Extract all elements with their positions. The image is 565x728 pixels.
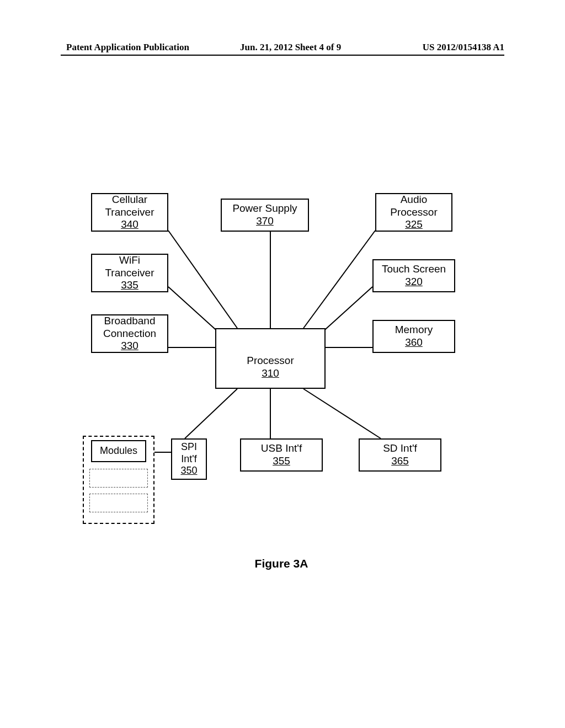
- block-label: USB Int'f: [261, 442, 302, 455]
- block-label: Broadband: [104, 315, 156, 328]
- doc-header-right: US 2012/0154138 A1: [423, 42, 504, 53]
- block-spi-interface: SPI Int'f 350: [171, 438, 207, 480]
- block-usb-interface: USB Int'f 355: [240, 438, 323, 472]
- block-refnum: 325: [405, 218, 423, 231]
- block-refnum: 350: [180, 465, 197, 477]
- block-power-supply: Power Supply 370: [221, 199, 309, 232]
- block-refnum: 365: [391, 455, 409, 468]
- block-refnum: 320: [405, 276, 423, 288]
- block-touch-screen: Touch Screen 320: [372, 259, 455, 292]
- block-module-slot: [89, 469, 148, 488]
- block-sd-interface: SD Int'f 365: [359, 438, 441, 472]
- figure: Cellular Tranceiver 340 Power Supply 370…: [83, 193, 480, 579]
- block-refnum: 340: [121, 218, 138, 231]
- block-modules: Modules: [91, 440, 146, 462]
- block-label: Processor: [390, 206, 438, 219]
- block-label: Tranceiver: [105, 206, 154, 219]
- block-label: Memory: [395, 324, 433, 336]
- block-label: Touch Screen: [382, 263, 446, 276]
- block-refnum: 330: [121, 340, 138, 352]
- block-module-slot: [89, 494, 148, 512]
- block-label: SPI: [181, 441, 197, 453]
- block-refnum: 360: [405, 336, 423, 349]
- block-refnum: 370: [256, 215, 274, 228]
- block-memory: Memory 360: [372, 320, 455, 353]
- block-refnum: 355: [273, 455, 290, 468]
- block-label: SD Int'f: [383, 442, 417, 455]
- block-label: Int'f: [181, 453, 196, 465]
- svg-line-0: [168, 231, 237, 328]
- block-label: WiFi: [119, 254, 140, 267]
- block-cellular-transceiver: Cellular Tranceiver 340: [91, 193, 168, 232]
- block-audio-processor: Audio Processor 325: [375, 193, 452, 232]
- block-refnum: 335: [121, 279, 138, 292]
- block-label: Audio: [401, 194, 428, 206]
- block-label: Cellular: [112, 194, 147, 206]
- block-label: Tranceiver: [105, 267, 154, 280]
- block-label: Power Supply: [232, 202, 297, 215]
- svg-line-7: [185, 389, 237, 438]
- block-label: Processor: [247, 355, 294, 367]
- header-rule: [61, 55, 504, 56]
- doc-header-mid: Jun. 21, 2012 Sheet 4 of 9: [240, 42, 341, 53]
- block-label: Modules: [100, 445, 137, 457]
- doc-header-left: Patent Application Publication: [66, 42, 189, 53]
- svg-line-9: [303, 389, 381, 438]
- svg-line-2: [303, 231, 375, 328]
- figure-caption: Figure 3A: [83, 557, 480, 570]
- block-wifi-transceiver: WiFi Tranceiver 335: [91, 254, 168, 292]
- block-label: Connection: [103, 328, 156, 340]
- block-refnum: 310: [262, 367, 279, 380]
- block-broadband-connection: Broadband Connection 330: [91, 314, 168, 353]
- block-processor: Processor 310: [215, 328, 326, 389]
